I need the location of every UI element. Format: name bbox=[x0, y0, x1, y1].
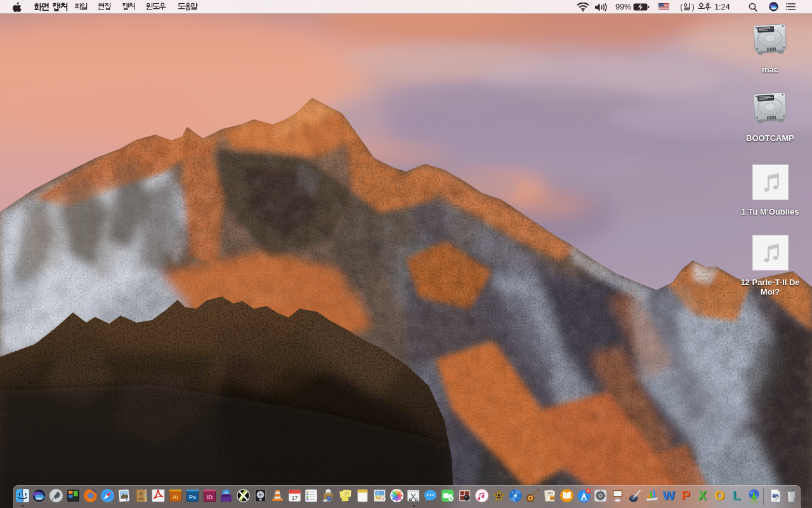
svg-text:O: O bbox=[714, 488, 724, 502]
svg-text:ID: ID bbox=[206, 493, 213, 500]
svg-text:Q: Q bbox=[328, 497, 331, 502]
svg-text:L: L bbox=[733, 488, 740, 502]
svg-text:Ps: Ps bbox=[188, 493, 196, 500]
svg-text:X: X bbox=[698, 488, 707, 502]
svg-text:MOV: MOV bbox=[773, 499, 778, 502]
svg-text:W: W bbox=[662, 488, 674, 502]
svg-text:Ai: Ai bbox=[173, 493, 179, 500]
svg-text:17: 17 bbox=[291, 495, 298, 501]
svg-text:P: P bbox=[681, 488, 690, 502]
